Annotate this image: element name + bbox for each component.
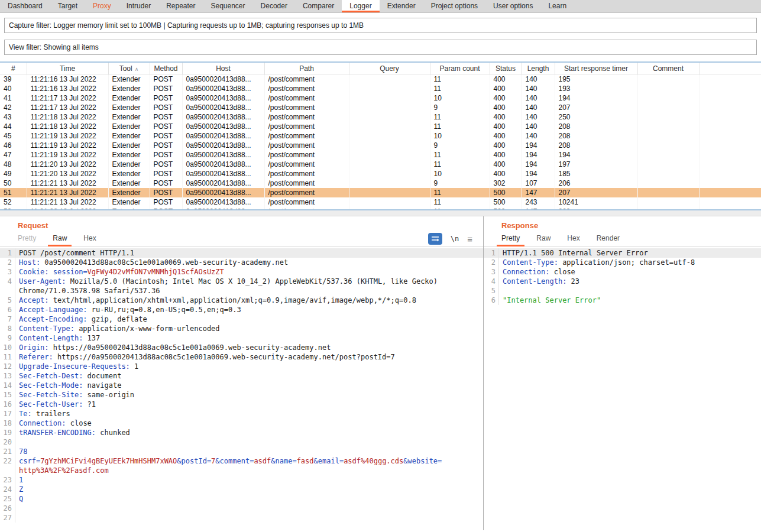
column-header-method[interactable]: Method xyxy=(150,63,182,74)
request-tab-pretty[interactable]: Pretty xyxy=(9,232,44,246)
column-header-tool[interactable]: Tool∧ xyxy=(108,63,150,74)
nonprintable-chars-toggle[interactable]: \n xyxy=(451,235,459,243)
cell-method: POST xyxy=(150,112,182,122)
response-tab-raw[interactable]: Raw xyxy=(528,232,559,246)
code-segment: https://0a9500020413d88ac08c5c1e001a0069… xyxy=(53,353,395,361)
view-filter-bar[interactable]: View filter: Showing all items xyxy=(4,40,757,55)
menu-item-proxy[interactable]: Proxy xyxy=(85,0,119,12)
column-header-status[interactable]: Status xyxy=(490,63,522,74)
menu-item-decoder[interactable]: Decoder xyxy=(253,0,295,12)
response-editor[interactable]: 1HTTP/1.1 500 Internal Server Error2Cont… xyxy=(484,246,761,530)
column-header-param-count[interactable]: Param count xyxy=(430,63,490,74)
line-number: 3 xyxy=(0,267,15,277)
request-panel-title: Request xyxy=(0,216,483,232)
cell-length: 140 xyxy=(522,112,555,122)
line-number: 5 xyxy=(0,296,15,305)
request-line-2: 2Host: 0a9500020413d88ac08c5c1e001a0069.… xyxy=(0,258,483,267)
wrap-lines-button[interactable] xyxy=(428,233,442,245)
cell-path: /post/comment xyxy=(264,169,349,179)
code-segment: Upgrade-Insecure-Requests: xyxy=(19,362,130,371)
response-tab-hex[interactable]: Hex xyxy=(559,232,588,246)
table-row-49[interactable]: 4911:21:20 13 Jul 2022ExtenderPOST0a9500… xyxy=(0,169,761,179)
code-segment: close xyxy=(549,268,575,276)
editor-menu-button[interactable]: ≡ xyxy=(467,234,472,244)
table-row-39[interactable]: 3911:21:16 13 Jul 2022ExtenderPOST0a9500… xyxy=(0,74,761,84)
column-header-blank[interactable]: # xyxy=(0,63,27,74)
column-header-comment[interactable]: Comment xyxy=(637,63,699,74)
menu-item-comparer[interactable]: Comparer xyxy=(295,0,342,12)
cell-host: 0a9500020413d88... xyxy=(182,103,264,112)
table-row-47[interactable]: 4711:21:19 13 Jul 2022ExtenderPOST0a9500… xyxy=(0,150,761,160)
column-header-query[interactable]: Query xyxy=(349,63,430,74)
cell-host: 0a9500020413d88... xyxy=(182,93,264,103)
line-content: Content-Length: 23 xyxy=(499,277,585,286)
cell-comment xyxy=(637,160,699,169)
column-label: Time xyxy=(60,64,75,73)
table-row-45[interactable]: 4511:21:19 13 Jul 2022ExtenderPOST0a9500… xyxy=(0,131,761,141)
cell-status: 400 xyxy=(490,74,522,84)
table-body: 3911:21:16 13 Jul 2022ExtenderPOST0a9500… xyxy=(0,74,761,210)
cell-tool: Extender xyxy=(108,93,150,103)
cell-filler xyxy=(699,122,761,131)
request-editor[interactable]: 1POST /post/comment HTTP/1.12Host: 0a950… xyxy=(0,246,483,530)
cell-num: 52 xyxy=(0,197,27,207)
request-tab-raw[interactable]: Raw xyxy=(44,232,75,246)
menu-item-learn[interactable]: Learn xyxy=(540,0,574,12)
line-number: 17 xyxy=(0,409,15,419)
cell-num: 42 xyxy=(0,103,27,112)
column-header-time[interactable]: Time xyxy=(27,63,108,74)
table-row-43[interactable]: 4311:21:18 13 Jul 2022ExtenderPOST0a9500… xyxy=(0,112,761,122)
code-segment: Origin: xyxy=(19,343,49,352)
cell-length: 140 xyxy=(522,122,555,131)
code-segment: Accept: xyxy=(19,296,49,304)
menu-item-dashboard[interactable]: Dashboard xyxy=(0,0,50,12)
cell-query xyxy=(349,84,430,93)
table-row-42[interactable]: 4211:21:17 13 Jul 2022ExtenderPOST0a9500… xyxy=(0,103,761,112)
line-number: 18 xyxy=(0,419,15,428)
column-header-start-response-timer[interactable]: Start response timer xyxy=(555,63,637,74)
column-header-host[interactable]: Host xyxy=(182,63,264,74)
cell-query xyxy=(349,103,430,112)
menu-item-user-options[interactable]: User options xyxy=(485,0,540,12)
code-segment: ?1 xyxy=(83,400,96,408)
code-segment: csrf= xyxy=(19,457,40,465)
cell-num: 50 xyxy=(0,179,27,188)
table-row-40[interactable]: 4011:21:16 13 Jul 2022ExtenderPOST0a9500… xyxy=(0,84,761,93)
column-header-blank[interactable] xyxy=(699,63,761,74)
table-row-52[interactable]: 5211:21:21 13 Jul 2022ExtenderPOST0a9500… xyxy=(0,197,761,207)
column-header-length[interactable]: Length xyxy=(522,63,555,74)
table-row-51[interactable]: 5111:21:21 13 Jul 2022ExtenderPOST0a9500… xyxy=(0,188,761,197)
line-number: 4 xyxy=(484,277,499,286)
table-row-50[interactable]: 5011:21:21 13 Jul 2022ExtenderPOST0a9500… xyxy=(0,179,761,188)
table-row-46[interactable]: 4611:21:19 13 Jul 2022ExtenderPOST0a9500… xyxy=(0,141,761,150)
menu-item-extender[interactable]: Extender xyxy=(380,0,423,12)
horizontal-splitter[interactable] xyxy=(0,210,761,216)
request-tab-hex[interactable]: Hex xyxy=(75,232,104,246)
cell-timer: 207 xyxy=(555,188,637,197)
menu-item-logger[interactable]: Logger xyxy=(342,0,379,12)
cell-time: 11:21:16 13 Jul 2022 xyxy=(27,84,108,93)
cell-query xyxy=(349,169,430,179)
menu-item-intruder[interactable]: Intruder xyxy=(119,0,158,12)
cell-path: /post/comment xyxy=(264,141,349,150)
menu-item-repeater[interactable]: Repeater xyxy=(158,0,203,12)
menu-item-sequencer[interactable]: Sequencer xyxy=(203,0,253,12)
response-tab-render[interactable]: Render xyxy=(588,232,628,246)
table-row-48[interactable]: 4811:21:20 13 Jul 2022ExtenderPOST0a9500… xyxy=(0,160,761,169)
menu-item-target[interactable]: Target xyxy=(50,0,85,12)
code-segment: gzip, deflate xyxy=(88,315,147,323)
table-row-41[interactable]: 4111:21:17 13 Jul 2022ExtenderPOST0a9500… xyxy=(0,93,761,103)
table-row-44[interactable]: 4411:21:18 13 Jul 2022ExtenderPOST0a9500… xyxy=(0,122,761,131)
cell-timer: 193 xyxy=(555,84,637,93)
cell-tool: Extender xyxy=(108,141,150,150)
code-segment: 23 xyxy=(566,277,579,286)
line-number: 26 xyxy=(0,504,15,513)
column-label: Start response timer xyxy=(564,64,628,73)
column-label: Method xyxy=(154,64,177,73)
response-tab-pretty[interactable]: Pretty xyxy=(493,232,528,246)
column-label: Status xyxy=(496,64,516,73)
cell-filler xyxy=(699,150,761,160)
menu-item-project-options[interactable]: Project options xyxy=(423,0,485,12)
column-header-path[interactable]: Path xyxy=(264,63,349,74)
capture-filter-bar[interactable]: Capture filter: Logger memory limit set … xyxy=(4,18,757,33)
